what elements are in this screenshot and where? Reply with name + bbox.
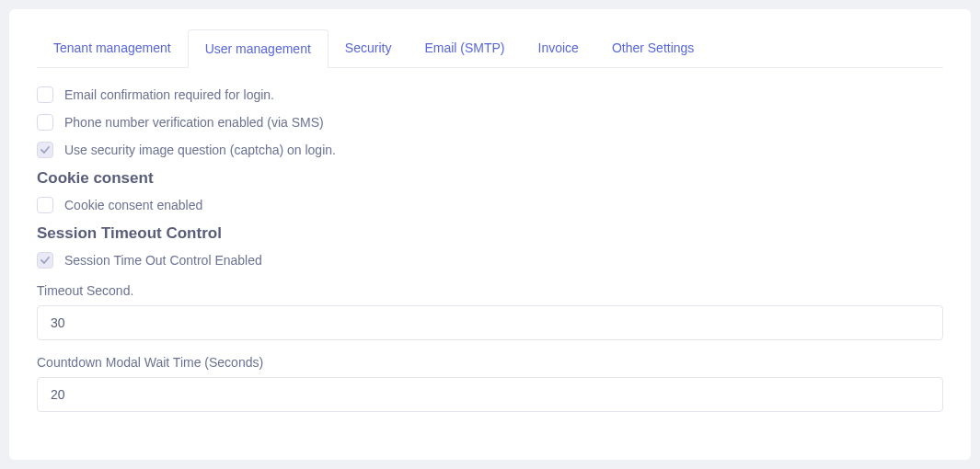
field-group-countdown-wait: Countdown Modal Wait Time (Seconds) <box>37 355 943 412</box>
input-timeout-second[interactable] <box>37 305 943 340</box>
checkbox-label-cookie-consent: Cookie consent enabled <box>64 198 202 212</box>
tab-invoice[interactable]: Invoice <box>522 29 595 67</box>
tabs-bar: Tenant management User management Securi… <box>37 29 943 68</box>
label-countdown-wait: Countdown Modal Wait Time (Seconds) <box>37 355 943 370</box>
checkbox-session-timeout[interactable] <box>37 252 53 269</box>
checkbox-label-email-confirm: Email confirmation required for login. <box>64 87 274 102</box>
checkbox-label-phone-verify: Phone number verification enabled (via S… <box>64 115 324 130</box>
checkbox-row-captcha: Use security image question (captcha) on… <box>37 142 943 158</box>
checkbox-row-phone-verify: Phone number verification enabled (via S… <box>37 114 943 131</box>
settings-card: Tenant management User management Securi… <box>9 9 971 460</box>
checkbox-email-confirm[interactable] <box>37 86 53 103</box>
tab-user-management[interactable]: User management <box>188 29 329 68</box>
input-countdown-wait[interactable] <box>37 377 943 412</box>
checkbox-row-email-confirm: Email confirmation required for login. <box>37 86 943 103</box>
checkbox-phone-verify[interactable] <box>37 114 53 131</box>
checkbox-label-session-timeout: Session Time Out Control Enabled <box>64 253 262 268</box>
tab-other-settings[interactable]: Other Settings <box>595 29 711 67</box>
tab-tenant-management[interactable]: Tenant management <box>37 29 188 67</box>
checkbox-captcha[interactable] <box>37 142 53 158</box>
check-icon <box>40 145 50 154</box>
checkbox-cookie-consent[interactable] <box>37 197 53 213</box>
field-group-timeout-second: Timeout Second. <box>37 283 943 340</box>
heading-cookie-consent: Cookie consent <box>37 169 943 188</box>
tab-security[interactable]: Security <box>329 29 409 67</box>
heading-session-timeout: Session Timeout Control <box>37 224 943 243</box>
checkbox-label-captcha: Use security image question (captcha) on… <box>64 143 336 157</box>
label-timeout-second: Timeout Second. <box>37 283 943 298</box>
tab-email-smtp[interactable]: Email (SMTP) <box>408 29 521 67</box>
checkbox-row-cookie-consent: Cookie consent enabled <box>37 197 943 213</box>
check-icon <box>40 256 50 265</box>
checkbox-row-session-timeout: Session Time Out Control Enabled <box>37 252 943 269</box>
